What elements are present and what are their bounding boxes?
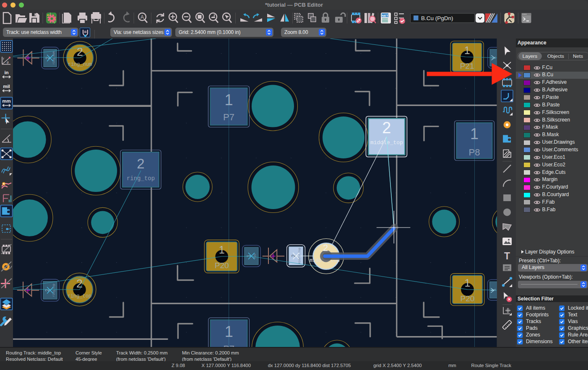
svg-text:NET: NET [382, 14, 388, 18]
svg-text:1: 1 [464, 277, 470, 288]
svg-text:θ: θ [7, 60, 9, 64]
svg-text:ring_top: ring_top [127, 175, 155, 182]
svg-text:1: 1 [219, 244, 225, 256]
svg-text:ring_top: ring_top [68, 293, 92, 299]
svg-text:2: 2 [137, 155, 144, 171]
svg-text:mm: mm [2, 98, 10, 103]
svg-text:2: 2 [323, 242, 328, 253]
svg-text:2: 2 [45, 289, 51, 292]
svg-text:P20: P20 [254, 254, 257, 259]
svg-text:P20: P20 [461, 294, 475, 303]
svg-text:2: 2 [382, 119, 391, 136]
svg-text:in: in [4, 70, 8, 75]
svg-text:P20: P20 [215, 261, 229, 270]
svg-text:B.Cu (PgDn): B.Cu (PgDn) [421, 15, 453, 21]
svg-text:A: A [140, 14, 144, 20]
svg-text:r: r [3, 56, 4, 60]
svg-text:T: T [504, 250, 510, 261]
svg-text:2: 2 [76, 277, 83, 290]
svg-text:mil: mil [3, 84, 10, 89]
svg-text:1: 1 [464, 44, 470, 56]
svg-text:ring_num: ring_num [68, 62, 92, 67]
svg-text:ring_top: ring_top [52, 284, 55, 297]
svg-text:ring_num: ring_num [52, 51, 55, 64]
